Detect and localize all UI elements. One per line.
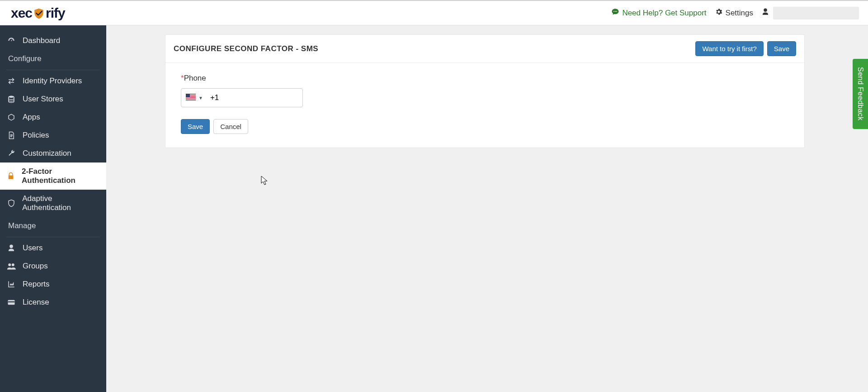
caret-down-icon: ▼ bbox=[198, 96, 203, 100]
svg-point-1 bbox=[615, 11, 616, 12]
settings-link[interactable]: Settings bbox=[715, 8, 753, 18]
sidebar-section-manage: Manage bbox=[0, 217, 106, 235]
chat-icon bbox=[611, 8, 619, 18]
shield-icon bbox=[33, 7, 45, 19]
svg-point-4 bbox=[8, 263, 11, 266]
sidebar-item-customization[interactable]: Customization bbox=[0, 144, 106, 163]
database-icon bbox=[6, 95, 16, 103]
svg-rect-12 bbox=[186, 97, 196, 98]
config-panel: CONFIGURE SECOND FACTOR - SMS Want to tr… bbox=[165, 34, 805, 148]
sidebar-item-groups[interactable]: Groups bbox=[0, 257, 106, 275]
save-top-button[interactable]: Save bbox=[767, 41, 796, 56]
person-icon bbox=[6, 244, 16, 252]
sidebar-item-license[interactable]: License bbox=[0, 293, 106, 311]
settings-label: Settings bbox=[726, 9, 753, 18]
svg-rect-13 bbox=[186, 98, 196, 99]
svg-point-3 bbox=[9, 96, 14, 98]
sidebar-label: License bbox=[23, 298, 49, 307]
sidebar-label: Users bbox=[23, 244, 42, 253]
phone-label: *Phone bbox=[181, 74, 789, 83]
sidebar-label: Dashboard bbox=[23, 36, 60, 45]
shieldoutline-icon bbox=[6, 199, 16, 207]
save-button[interactable]: Save bbox=[181, 119, 210, 134]
svg-rect-14 bbox=[186, 99, 196, 100]
card-icon bbox=[6, 298, 16, 306]
brand-logo[interactable]: xec rify bbox=[11, 5, 65, 21]
sidebar-label: User Stores bbox=[23, 95, 63, 104]
user-icon bbox=[761, 8, 769, 18]
svg-rect-15 bbox=[186, 94, 190, 97]
sidebar-item-users[interactable]: Users bbox=[0, 239, 106, 257]
user-menu[interactable] bbox=[761, 7, 859, 19]
sidebar-item-identity-providers[interactable]: Identity Providers bbox=[0, 72, 106, 90]
topbar: xec rify Need Help? Get Support Settings bbox=[0, 0, 868, 25]
gear-icon bbox=[715, 8, 723, 18]
support-label: Need Help? Get Support bbox=[622, 9, 706, 18]
required-mark: * bbox=[181, 74, 184, 82]
cancel-button[interactable]: Cancel bbox=[213, 119, 248, 134]
sidebar-item-reports[interactable]: Reports bbox=[0, 275, 106, 293]
svg-point-2 bbox=[616, 11, 617, 12]
wrench-icon bbox=[6, 149, 16, 158]
sidebar-item-apps[interactable]: Apps bbox=[0, 108, 106, 126]
chart-icon bbox=[6, 280, 16, 288]
sidebar-item-user-stores[interactable]: User Stores bbox=[0, 90, 106, 108]
lock-icon bbox=[6, 172, 15, 180]
sidebar-item-2fa[interactable]: 2-Factor Authentication bbox=[0, 163, 106, 190]
group-icon bbox=[6, 262, 16, 270]
country-selector[interactable]: ▼ bbox=[186, 94, 208, 102]
topbar-right: Need Help? Get Support Settings bbox=[611, 7, 859, 19]
form-actions: Save Cancel bbox=[181, 119, 789, 134]
us-flag-icon bbox=[186, 94, 196, 102]
page-content: CONFIGURE SECOND FACTOR - SMS Want to tr… bbox=[106, 25, 868, 392]
user-name-placeholder bbox=[773, 7, 859, 19]
sidebar-item-dashboard[interactable]: Dashboard bbox=[0, 32, 106, 50]
panel-body: *Phone ▼ Save Cancel bbox=[165, 63, 804, 148]
sidebar-label: Policies bbox=[23, 131, 49, 140]
document-icon bbox=[6, 131, 16, 139]
svg-point-0 bbox=[613, 11, 614, 12]
sidebar-label: 2-Factor Authentication bbox=[22, 167, 100, 185]
sidebar-divider bbox=[6, 237, 100, 237]
sidebar-label: Customization bbox=[23, 149, 71, 158]
svg-point-5 bbox=[12, 263, 14, 266]
sidebar-label: Apps bbox=[23, 113, 40, 122]
sidebar-label: Adaptive Authentication bbox=[22, 194, 100, 212]
sidebar-item-policies[interactable]: Policies bbox=[0, 126, 106, 144]
phone-label-text: Phone bbox=[184, 74, 206, 82]
panel-title: CONFIGURE SECOND FACTOR - SMS bbox=[174, 44, 318, 53]
panel-header: CONFIGURE SECOND FACTOR - SMS Want to tr… bbox=[165, 35, 804, 63]
sidebar-section-configure: Configure bbox=[0, 50, 106, 68]
phone-input[interactable] bbox=[208, 93, 306, 102]
sidebar-divider bbox=[6, 70, 100, 70]
brand-text-2: rify bbox=[46, 5, 65, 21]
brand-text-1: xec bbox=[11, 5, 32, 21]
svg-rect-7 bbox=[8, 301, 15, 302]
sidebar: Dashboard Configure Identity Providers U… bbox=[0, 25, 106, 392]
sidebar-item-adaptive-auth[interactable]: Adaptive Authentication bbox=[0, 190, 106, 217]
try-first-button[interactable]: Want to try it first? bbox=[695, 41, 763, 56]
sidebar-label: Identity Providers bbox=[23, 76, 82, 86]
send-feedback-tab[interactable]: Send Feedback bbox=[853, 59, 868, 129]
panel-actions: Want to try it first? Save bbox=[695, 41, 796, 56]
sidebar-label: Groups bbox=[23, 262, 48, 271]
exchange-icon bbox=[6, 77, 16, 85]
cube-icon bbox=[6, 113, 16, 121]
phone-input-wrapper: ▼ bbox=[181, 88, 303, 107]
dashboard-icon bbox=[6, 37, 16, 45]
sidebar-label: Reports bbox=[23, 280, 50, 289]
support-link[interactable]: Need Help? Get Support bbox=[611, 8, 706, 18]
